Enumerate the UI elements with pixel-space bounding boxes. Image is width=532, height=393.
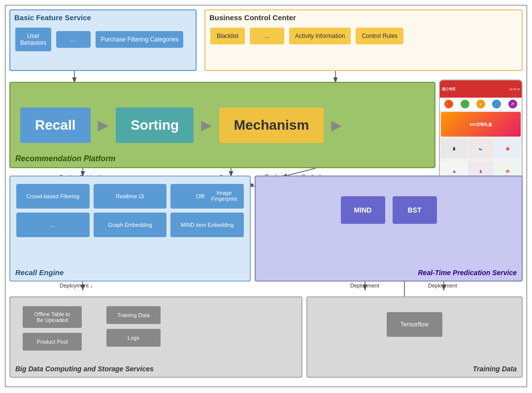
- business-control-title: Business Control Center: [205, 10, 522, 25]
- phone-header: 进口专区 10:45 ✉: [440, 80, 522, 98]
- bst-item: BST: [393, 196, 437, 224]
- control-rules-item: Control Rules: [356, 28, 403, 44]
- product-pool-item: Product Pool: [23, 333, 82, 351]
- bottom-row: Offline Table toBe Uploaded Product Pool…: [9, 296, 523, 383]
- user-behaviors-item: UserBehaviors: [15, 28, 51, 51]
- basic-feature-box: Basic Feature Service UserBehaviors ... …: [9, 9, 197, 71]
- realtime-title: Real-Time Predication Service: [418, 269, 517, 277]
- logs-item: Logs: [106, 329, 161, 347]
- big-data-title: Big Data Computing and Storage Services: [15, 365, 154, 373]
- realtime-items: MIND BST: [256, 177, 522, 234]
- training-data-title: Training Data: [473, 365, 517, 373]
- training-content: Tensorflow: [307, 297, 522, 352]
- ellipsis-item-basic: ...: [56, 31, 91, 48]
- big-data-right: Training Data Logs: [106, 306, 161, 347]
- ellipsis-recall-item: ...: [16, 213, 90, 237]
- realtime-predication-box: MIND BST Real-Time Predication Service: [255, 176, 523, 282]
- mechanism-box: Mechanism: [219, 107, 324, 143]
- rec-platform-title: Recommendation Platform: [15, 154, 116, 163]
- recall-engine-box: Crowd-based Filtering Realtime i2i Offli…: [9, 176, 251, 282]
- middle-row: Crowd-based Filtering Realtime i2i Offli…: [9, 176, 523, 286]
- recommendation-platform: Recall ► Sorting ► Mechanism ► Recommend…: [9, 82, 435, 168]
- blacklist-item: Blacklist: [210, 28, 245, 44]
- big-data-box: Offline Table toBe Uploaded Product Pool…: [9, 296, 302, 378]
- mind-item-embedding-item: MIND item Enbedding: [170, 213, 244, 237]
- graph-embedding-item: Graph Embedding: [94, 213, 167, 237]
- recall-engine-title: Recall Engine: [15, 268, 64, 277]
- image-fingerprint-box: ImageFingerprint: [204, 184, 244, 208]
- arrow-recall-sorting: ►: [95, 115, 112, 136]
- training-data-box: Tensorflow Training Data: [306, 296, 523, 378]
- training-data-item: Training Data: [106, 306, 161, 324]
- main-container: Basic Feature Service UserBehaviors ... …: [5, 5, 527, 387]
- phone-icons-row: 🍎 🌿 🧴 👜 ✨: [440, 98, 522, 111]
- arrow-mechanism-out: ►: [328, 115, 345, 136]
- activity-info-item: Activity Information: [289, 28, 351, 44]
- business-control-box: Business Control Center Blacklist ... Ac…: [204, 9, 523, 71]
- mind-item: MIND: [341, 196, 385, 224]
- realtime-i2i-item: Realtime i2i: [94, 184, 167, 209]
- ellipsis-item-biz: ...: [250, 28, 284, 44]
- sorting-box: Sorting: [116, 107, 194, 143]
- tensorflow-box: Tensorflow: [387, 312, 442, 337]
- top-row: Basic Feature Service UserBehaviors ... …: [9, 9, 523, 73]
- big-data-left: Offline Table toBe Uploaded Product Pool: [23, 306, 82, 351]
- recall-box: Recall: [20, 107, 91, 143]
- basic-feature-items: UserBehaviors ... Purchase Filtering Cat…: [10, 25, 196, 54]
- phone-banner: 520定制礼盒: [441, 112, 521, 137]
- big-data-content: Offline Table toBe Uploaded Product Pool…: [10, 297, 301, 365]
- basic-feature-title: Basic Feature Service: [10, 10, 196, 25]
- crowd-filtering-item: Crowd-based Filtering: [16, 184, 90, 209]
- purchase-filtering-item: Purchase Filtering Categories: [96, 31, 183, 48]
- business-control-items: Blacklist ... Activity Information Contr…: [205, 25, 522, 47]
- arrow-sorting-mechanism: ►: [198, 115, 215, 136]
- offline-table-item: Offline Table toBe Uploaded: [23, 306, 82, 328]
